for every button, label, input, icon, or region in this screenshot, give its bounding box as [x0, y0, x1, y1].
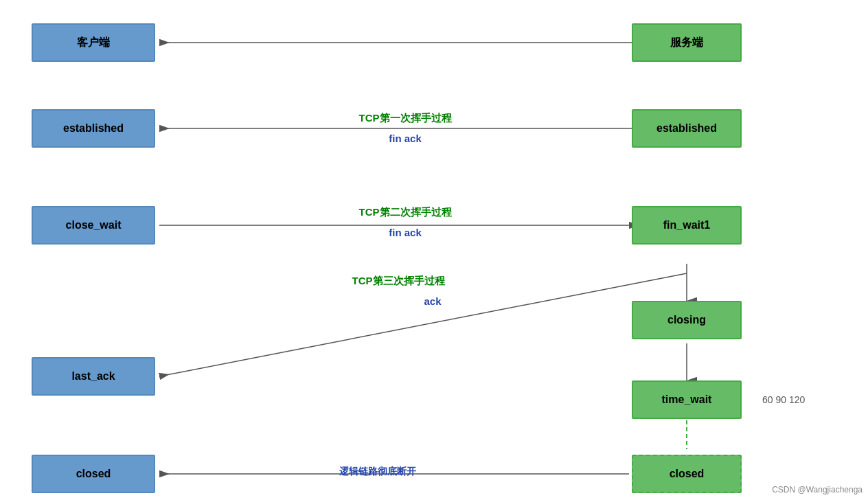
- client-top-box: 客户端: [32, 23, 155, 62]
- last-ack-box: last_ack: [32, 357, 155, 396]
- server-top-box: 服务端: [632, 23, 742, 62]
- closed-left-label: closed: [76, 468, 111, 480]
- established-left-box: established: [32, 109, 155, 148]
- closing-box: closing: [632, 301, 742, 339]
- wave1-sub-text: fin ack: [389, 133, 422, 144]
- time-wait-box: time_wait: [632, 380, 742, 419]
- wave3-title-label: TCP第三次挥手过程: [295, 275, 501, 288]
- svg-line-7: [159, 273, 687, 376]
- timer-label: 60 90 120: [762, 394, 805, 405]
- closed-right-box: closed: [632, 455, 742, 493]
- established-right-box: established: [632, 109, 742, 148]
- diagram-container: fin_wait1 (wave2) --> closing --> time_w…: [0, 0, 868, 500]
- established-right-label: established: [656, 122, 717, 135]
- closing-label: closing: [667, 314, 706, 326]
- fin-wait1-label: fin_wait1: [663, 219, 710, 231]
- timer-text: 60 90 120: [762, 394, 805, 405]
- wave2-sub-text: fin ack: [389, 227, 422, 238]
- client-top-label: 客户端: [77, 36, 110, 50]
- watermark-label: CSDN @Wangjiachenga: [772, 485, 863, 495]
- server-top-label: 服务端: [670, 36, 703, 50]
- arrows-svg: fin_wait1 (wave2) --> closing --> time_w…: [0, 0, 868, 500]
- last-ack-label: last_ack: [71, 370, 115, 383]
- wave2-title-label: TCP第二次挥手过程: [302, 206, 508, 219]
- wave3-sub-label: ack: [343, 295, 522, 307]
- wave1-title-text: TCP第一次挥手过程: [359, 112, 452, 124]
- closed-right-label: closed: [670, 468, 705, 480]
- closed-left-box: closed: [32, 455, 155, 493]
- wave4-sub-text: 逻辑链路彻底断开: [339, 466, 416, 477]
- wave3-sub-text: ack: [424, 295, 441, 307]
- close-wait-label: close_wait: [66, 219, 122, 231]
- time-wait-label: time_wait: [662, 394, 712, 406]
- wave2-title-text: TCP第二次挥手过程: [359, 206, 452, 218]
- established-left-label: established: [63, 122, 124, 135]
- fin-wait1-box: fin_wait1: [632, 206, 742, 245]
- watermark-text: CSDN @Wangjiachenga: [772, 485, 863, 495]
- close-wait-box: close_wait: [32, 206, 155, 245]
- wave4-sub-label: 逻辑链路彻底断开: [268, 466, 488, 478]
- wave1-title-label: TCP第一次挥手过程: [302, 112, 508, 125]
- wave3-title-text: TCP第三次挥手过程: [352, 275, 445, 286]
- wave1-sub-label: fin ack: [316, 133, 494, 144]
- wave2-sub-label: fin ack: [316, 227, 494, 238]
